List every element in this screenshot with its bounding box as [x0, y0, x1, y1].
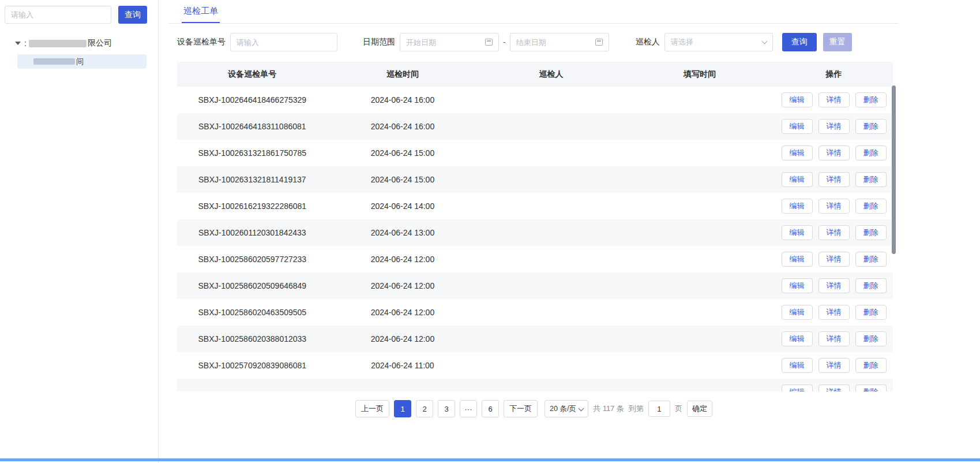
cell-inspect-time: 2024-06-24 16:00	[328, 87, 478, 113]
delete-button[interactable]: 删除	[855, 119, 887, 134]
cell-actions: 编辑 详情 删除	[775, 299, 893, 326]
cell-order-no: SBXJ-1002631321811419137	[177, 166, 328, 193]
cell-fill-time	[625, 166, 775, 193]
delete-button[interactable]: 删除	[855, 225, 887, 240]
cell-order-no: SBXJ-1002586020597727233	[177, 246, 328, 272]
table-row: SBXJ-1002646418311086081 2024-06-24 16:0…	[177, 113, 893, 140]
cell-fill-time	[625, 219, 775, 246]
delete-button[interactable]: 删除	[855, 278, 887, 293]
pagination: 上一页 123···6 下一页 20 条/页 共 117 条 到第 页 确定	[169, 400, 899, 417]
detail-button[interactable]: 详情	[818, 145, 850, 160]
edit-button[interactable]: 编辑	[782, 384, 813, 391]
table-row: SBXJ-1002631321811419137 2024-06-24 15:0…	[177, 166, 893, 193]
delete-button[interactable]: 删除	[855, 331, 887, 346]
detail-button[interactable]: 详情	[818, 278, 850, 293]
tab-inspection-orders[interactable]: 巡检工单	[182, 0, 220, 23]
page-size-select[interactable]: 20 条/页	[545, 400, 588, 417]
delete-button[interactable]: 删除	[855, 252, 887, 267]
delete-button[interactable]: 删除	[855, 358, 887, 373]
column-header: 填写时间	[625, 62, 775, 87]
cell-fill-time	[625, 326, 775, 352]
cell-inspector	[478, 113, 624, 140]
start-date-input[interactable]	[406, 38, 480, 47]
delete-button[interactable]: 删除	[855, 145, 887, 160]
cell-fill-time	[625, 87, 775, 113]
table-row: SBXJ-1002586020597727233 2024-06-24 12:0…	[177, 246, 893, 272]
edit-button[interactable]: 编辑	[782, 278, 813, 293]
column-header: 巡检时间	[328, 62, 478, 87]
cell-inspector	[478, 87, 624, 113]
edit-button[interactable]: 编辑	[782, 119, 813, 134]
caret-down-icon[interactable]	[15, 42, 21, 45]
total-count-text: 共 117 条	[593, 404, 624, 414]
tab-bar: 巡检工单	[169, 0, 899, 24]
edit-button[interactable]: 编辑	[782, 252, 813, 267]
detail-button[interactable]: 详情	[818, 305, 850, 320]
delete-button[interactable]: 删除	[855, 172, 887, 187]
vertical-scrollbar[interactable]	[892, 85, 896, 254]
end-date-input-wrap	[510, 33, 609, 51]
edit-button[interactable]: 编辑	[782, 199, 813, 214]
page-button-6[interactable]: 6	[482, 400, 499, 417]
org-tree: : 限公司 间	[5, 36, 153, 69]
inspector-label: 巡检人	[636, 37, 660, 47]
edit-button[interactable]: 编辑	[782, 172, 813, 187]
detail-button[interactable]: 详情	[818, 252, 850, 267]
delete-button[interactable]: 删除	[855, 384, 887, 391]
detail-button[interactable]: 详情	[818, 172, 850, 187]
sidebar-search-button[interactable]: 查询	[118, 6, 147, 24]
app-window: 查询 : 限公司 间 巡检工单 设备巡检单号 日期范围	[0, 0, 980, 463]
goto-confirm-button[interactable]: 确定	[687, 401, 712, 417]
cell-actions: 编辑 详情 删除	[775, 140, 893, 166]
detail-button[interactable]: 详情	[818, 199, 850, 214]
detail-button[interactable]: 详情	[818, 358, 850, 373]
column-header: 设备巡检单号	[177, 62, 328, 87]
inspector-select[interactable]: 请选择	[664, 33, 773, 51]
page-button-3[interactable]: 3	[438, 400, 455, 417]
detail-button[interactable]: 详情	[818, 225, 850, 240]
prev-page-button[interactable]: 上一页	[355, 400, 389, 417]
detail-button[interactable]: 详情	[818, 119, 850, 134]
order-no-input[interactable]	[236, 38, 331, 47]
filter-bar: 设备巡检单号 日期范围 - 巡检人 请选择 查询 重置	[177, 32, 899, 52]
end-date-input[interactable]	[516, 38, 591, 47]
detail-button[interactable]: 详情	[818, 384, 850, 391]
reset-button[interactable]: 重置	[823, 33, 852, 51]
tree-node-workshop[interactable]: 间	[17, 54, 147, 69]
page-button-1[interactable]: 1	[394, 400, 411, 417]
detail-button[interactable]: 详情	[818, 92, 850, 107]
redacted-workshop-name	[33, 58, 75, 65]
next-page-button[interactable]: 下一页	[504, 400, 538, 417]
edit-button[interactable]: 编辑	[782, 331, 813, 346]
delete-button[interactable]: 删除	[855, 92, 887, 107]
page-size-value: 20 条/页	[550, 404, 576, 414]
start-date-input-wrap	[400, 33, 499, 51]
sidebar-search-input[interactable]	[5, 6, 111, 24]
cell-order-no: SBXJ-1002646418311086081	[177, 113, 328, 140]
cell-fill-time	[625, 113, 775, 140]
column-header: 操作	[775, 62, 893, 87]
cell-actions: 编辑 详情 删除	[775, 113, 893, 140]
delete-button[interactable]: 删除	[855, 305, 887, 320]
cell-fill-time	[625, 246, 775, 272]
cell-order-no	[177, 379, 328, 391]
cell-inspector	[478, 193, 624, 219]
edit-button[interactable]: 编辑	[782, 358, 813, 373]
detail-button[interactable]: 详情	[818, 331, 850, 346]
cell-inspect-time: 2024-06-24 12:00	[328, 299, 478, 326]
page-ellipsis[interactable]: ···	[460, 400, 477, 417]
tree-node-company[interactable]: : 限公司	[5, 36, 153, 50]
delete-button[interactable]: 删除	[855, 199, 887, 214]
page-button-2[interactable]: 2	[416, 400, 433, 417]
query-button[interactable]: 查询	[782, 33, 817, 51]
edit-button[interactable]: 编辑	[782, 145, 813, 160]
cell-inspector	[478, 272, 624, 299]
cell-inspect-time: 2024-06-24 13:00	[328, 219, 478, 246]
edit-button[interactable]: 编辑	[782, 225, 813, 240]
inspector-select-placeholder: 请选择	[671, 37, 693, 47]
table-row: SBXJ-1002631321861750785 2024-06-24 15:0…	[177, 140, 893, 166]
edit-button[interactable]: 编辑	[782, 305, 813, 320]
edit-button[interactable]: 编辑	[782, 92, 813, 107]
goto-page-input[interactable]	[648, 401, 670, 417]
cell-inspect-time	[328, 379, 478, 391]
